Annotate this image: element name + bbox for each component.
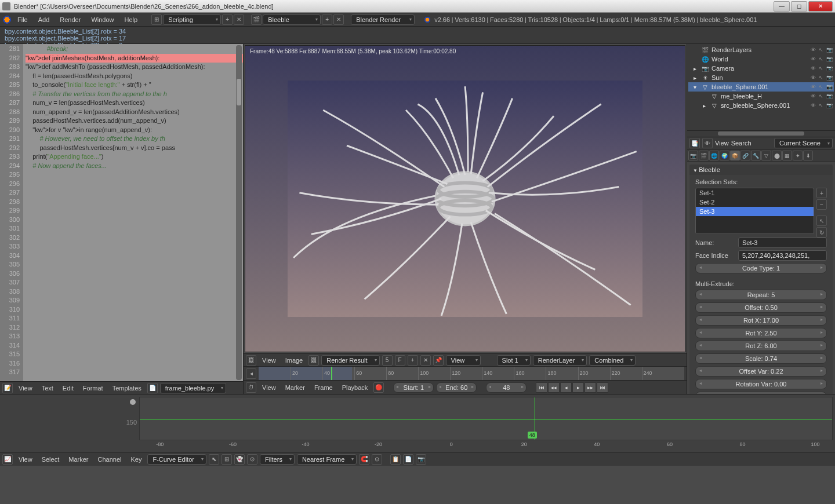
- create-snapshot-icon[interactable]: 📷: [416, 454, 426, 465]
- tab-object[interactable]: 📦: [730, 151, 740, 160]
- end-frame-field[interactable]: End: 60: [436, 382, 477, 393]
- selection-sets-list[interactable]: Set-1Set-2Set-3: [695, 188, 814, 234]
- outliner-row[interactable]: 🎬RenderLayers👁↖📷: [688, 45, 834, 54]
- text-file-dropdown[interactable]: frame_bleeble.py: [160, 383, 226, 393]
- minimize-button[interactable]: —: [774, 1, 790, 12]
- renderlayer-dropdown[interactable]: RenderLayer: [533, 355, 587, 366]
- property-slider[interactable]: Offset Var: 0.22: [695, 366, 827, 377]
- expand-icon[interactable]: ▸: [700, 101, 708, 109]
- outliner-row[interactable]: ▸☀Sun👁↖📷: [688, 73, 834, 82]
- jump-end-button[interactable]: ⏭: [597, 382, 608, 393]
- filters-dropdown[interactable]: Filters: [260, 454, 295, 465]
- remove-image-button[interactable]: ✕: [420, 355, 431, 366]
- add-set-button[interactable]: +: [816, 188, 827, 198]
- tab-scene[interactable]: 🌐: [709, 151, 719, 160]
- jump-start-button[interactable]: ⏮: [536, 382, 547, 393]
- editor-type-icon[interactable]: 📈: [2, 454, 13, 465]
- menu-view[interactable]: View: [259, 383, 279, 392]
- editor-type-icon[interactable]: 🖼: [246, 355, 256, 366]
- timeline-ruler[interactable]: 20406080100120140160180200220240: [259, 367, 684, 380]
- tab-render[interactable]: 📷: [688, 151, 698, 160]
- keyframe-next-button[interactable]: ▸▸: [584, 382, 596, 393]
- view-mode-dropdown[interactable]: View: [446, 355, 481, 366]
- menu-view[interactable]: View: [15, 384, 36, 393]
- slot-dropdown[interactable]: Slot 1: [497, 355, 531, 366]
- outliner-row[interactable]: ▽me_bleeble_H👁↖📷: [688, 92, 834, 101]
- play-reverse-button[interactable]: ◂: [560, 382, 572, 393]
- property-slider[interactable]: Rot Y: 2.50: [695, 328, 827, 338]
- tab-particles[interactable]: ✦: [793, 151, 803, 160]
- pin-icon[interactable]: 📌: [433, 355, 444, 366]
- tab-material[interactable]: ⬤: [772, 151, 782, 160]
- fcurve[interactable]: [140, 419, 832, 419]
- filter-icon[interactable]: 👁: [702, 138, 713, 148]
- outliner[interactable]: 🎬RenderLayers👁↖📷🌐World👁↖📷▸📷Camera👁↖📷▸☀Su…: [687, 44, 835, 131]
- menu-search[interactable]: Search: [731, 140, 752, 147]
- user-count[interactable]: 5: [382, 355, 393, 366]
- graph-handle[interactable]: [130, 399, 136, 405]
- copy-icon[interactable]: 📋: [390, 454, 401, 465]
- menu-format[interactable]: Format: [79, 384, 107, 393]
- restrict-icons[interactable]: 👁↖📷: [809, 47, 833, 53]
- tab-constraints[interactable]: 🔗: [740, 151, 750, 160]
- outliner-row[interactable]: ▾▽bleeble_Sphere.001👁↖📷: [688, 82, 834, 92]
- outliner-row[interactable]: 🌐World👁↖📷: [688, 54, 834, 64]
- remove-layout-button[interactable]: ✕: [234, 14, 244, 25]
- scrollbar[interactable]: [236, 45, 242, 380]
- snap-icon[interactable]: 🧲: [359, 454, 369, 465]
- maximize-button[interactable]: ◻: [791, 1, 807, 12]
- menu-select[interactable]: Select: [38, 455, 63, 464]
- panel-bleeble-header[interactable]: Bleeble: [689, 165, 833, 175]
- menu-marker[interactable]: Marker: [65, 455, 92, 464]
- proportional-icon[interactable]: ⊙: [372, 454, 382, 465]
- tab-texture[interactable]: ▦: [782, 151, 792, 160]
- editor-type-icon[interactable]: 📝: [2, 383, 13, 393]
- expand-icon[interactable]: ▸: [691, 74, 699, 82]
- cursor-icon[interactable]: ⬉: [209, 454, 219, 465]
- menu-channel[interactable]: Channel: [94, 455, 125, 464]
- tab-modifiers[interactable]: 🔧: [751, 151, 761, 160]
- add-scene-button[interactable]: +: [322, 14, 332, 25]
- play-button[interactable]: ▸: [572, 382, 584, 393]
- property-slider[interactable]: Rotation Var: 0.00: [695, 379, 827, 389]
- code-editor[interactable]: 2812822832842852862872882892902912922932…: [0, 44, 243, 381]
- remove-scene-button[interactable]: ✕: [333, 14, 344, 25]
- restrict-icons[interactable]: 👁↖📷: [809, 103, 833, 108]
- menu-view[interactable]: View: [715, 140, 729, 147]
- menu-key[interactable]: Key: [127, 455, 145, 464]
- outliner-row[interactable]: ▸📷Camera👁↖📷: [688, 64, 834, 73]
- filter-toggle-icon[interactable]: ⊙: [247, 454, 257, 465]
- property-slider[interactable]: Scale: 0.74: [695, 353, 827, 364]
- face-indice-input[interactable]: 5,207,240,243,248,251,: [738, 250, 827, 261]
- set-list-item[interactable]: Set-2: [696, 198, 814, 207]
- editor-type-icon[interactable]: 📑: [689, 138, 700, 148]
- menu-edit[interactable]: Edit: [59, 384, 77, 393]
- restrict-icons[interactable]: 👁↖📷: [809, 65, 833, 71]
- render-engine-dropdown[interactable]: Blender Render: [351, 14, 415, 25]
- pass-dropdown[interactable]: Combined: [589, 355, 636, 366]
- menu-frame[interactable]: Frame: [311, 383, 336, 392]
- scene-icon[interactable]: 🎬: [251, 14, 262, 25]
- property-slider[interactable]: Offset: 0.50: [695, 302, 827, 313]
- restrict-icons[interactable]: 👁↖📷: [809, 75, 833, 81]
- menu-text[interactable]: Text: [38, 384, 57, 393]
- menu-image[interactable]: Image: [282, 356, 307, 365]
- start-frame-field[interactable]: Start: 1: [393, 382, 434, 393]
- auto-keyframe-button[interactable]: 🔴: [373, 382, 384, 393]
- remove-set-button[interactable]: −: [816, 199, 827, 210]
- add-layout-button[interactable]: +: [222, 14, 233, 25]
- menu-marker[interactable]: Marker: [282, 383, 308, 392]
- property-slider[interactable]: Rot Z: 6.00: [695, 341, 827, 351]
- add-image-button[interactable]: +: [408, 355, 418, 366]
- image-dropdown[interactable]: Render Result: [321, 355, 379, 366]
- scene-dropdown[interactable]: Bleeble: [263, 14, 321, 25]
- restrict-icons[interactable]: 👁↖📷: [809, 93, 833, 99]
- graph-mode-dropdown[interactable]: F-Curve Editor: [147, 454, 206, 465]
- code-type-slider[interactable]: Code Type: 1: [695, 263, 827, 273]
- outliner-mode-dropdown[interactable]: Current Scene: [774, 138, 833, 148]
- normalize-icon[interactable]: ⊞: [222, 454, 232, 465]
- menu-file[interactable]: File: [13, 15, 32, 24]
- timeline-cursor[interactable]: [331, 367, 332, 380]
- snap-dropdown[interactable]: Nearest Frame: [297, 454, 357, 465]
- screen-layout-icon[interactable]: ⊞: [151, 14, 162, 25]
